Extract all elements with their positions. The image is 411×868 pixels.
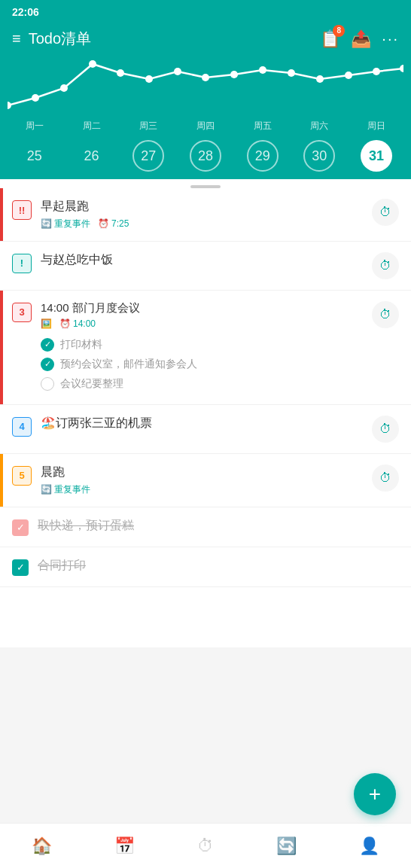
task-title: 取快递，预订蛋糕 — [38, 518, 399, 534]
date-31[interactable]: 31 — [361, 140, 392, 172]
task-timer-button[interactable]: ⏱ — [372, 301, 399, 328]
week-days-row: 周一 周二 周三 周四 周五 周六 周日 — [0, 120, 411, 137]
task-content[interactable]: 与赵总吃中饭 — [41, 252, 363, 268]
date-25[interactable]: 25 — [19, 140, 50, 172]
subtask-label: 预约会议室，邮件通知参会人 — [60, 358, 197, 371]
task-meta: 🔄 重复事件 ⏰ 7:25 — [41, 218, 363, 230]
task-alarm: ⏰ 14:00 — [59, 318, 96, 329]
subtask-item[interactable]: ✓ 打印材料 — [41, 335, 363, 355]
task-alarm: ⏰ 7:25 — [98, 218, 129, 229]
chart-svg-wrap — [0, 56, 411, 120]
sync-icon: 🔄 — [276, 836, 297, 856]
svg-point-1 — [32, 94, 39, 102]
repeat-label: 重复事件 — [54, 483, 90, 496]
nav-calendar[interactable]: 📅 — [102, 830, 147, 862]
task-item: 3 14:00 部门月度会议 🖼️ ⏰ 14:00 ✓ 打印材料 — [0, 291, 411, 405]
task-content[interactable]: 14:00 部门月度会议 🖼️ ⏰ 14:00 ✓ 打印材料 — [41, 301, 363, 394]
svg-point-7 — [202, 74, 209, 81]
date-27[interactable]: 27 — [132, 140, 164, 172]
profile-icon: 👤 — [359, 836, 379, 856]
task-timer-button[interactable]: ⏱ — [372, 252, 399, 279]
date-28[interactable]: 28 — [190, 140, 221, 172]
task-item: 5 晨跑 🔄 重复事件 ⏱ — [0, 454, 411, 507]
svg-point-14 — [400, 65, 403, 72]
bottom-nav: 🏠 📅 ⏱ 🔄 👤 — [0, 823, 411, 868]
app-header: ≡ Todo清单 📋 8 📤 ··· — [0, 21, 411, 49]
subtask-check-done: ✓ — [41, 338, 54, 352]
drag-handle[interactable] — [0, 179, 411, 188]
weekday-0: 周一 — [12, 120, 57, 132]
task-checkbox-done[interactable]: ✓ — [12, 519, 29, 536]
more-options-icon[interactable]: ··· — [382, 30, 399, 47]
date-26[interactable]: 26 — [76, 140, 108, 172]
task-content[interactable]: 晨跑 🔄 重复事件 — [41, 464, 363, 496]
task-content[interactable]: 早起晨跑 🔄 重复事件 ⏰ 7:25 — [41, 199, 363, 230]
nav-home[interactable]: 🏠 — [20, 830, 64, 862]
task-title: 晨跑 — [41, 464, 363, 480]
svg-point-5 — [145, 75, 153, 83]
task-content[interactable]: 合同打印 — [38, 558, 399, 574]
nav-sync[interactable]: 🔄 — [264, 830, 309, 862]
task-repeat: 🔄 重复事件 — [41, 483, 90, 496]
date-30[interactable]: 30 — [303, 140, 335, 172]
repeat-label: 重复事件 — [54, 218, 90, 230]
subtask-check-empty — [41, 377, 54, 391]
task-item: 4 🏖️订两张三亚的机票 ⏱ — [0, 405, 411, 454]
task-item: ! 与赵总吃中饭 ⏱ — [0, 242, 411, 291]
weekday-1: 周二 — [69, 120, 114, 132]
weekday-3: 周四 — [183, 120, 228, 132]
add-task-fab[interactable]: + — [354, 773, 396, 815]
task-content[interactable]: 🏖️订两张三亚的机票 — [41, 416, 363, 431]
svg-point-2 — [60, 84, 68, 92]
calendar-icon: 📅 — [114, 836, 135, 856]
task-title: 合同打印 — [38, 558, 399, 574]
weekday-5: 周六 — [297, 120, 342, 132]
time: 22:06 — [12, 6, 39, 18]
notification-icon-wrap[interactable]: 📋 8 — [320, 29, 340, 49]
svg-point-4 — [117, 69, 124, 77]
subtask-label: 打印材料 — [60, 338, 102, 352]
svg-point-3 — [89, 60, 96, 68]
task-title: 🏖️订两张三亚的机票 — [41, 416, 363, 431]
alarm-time: 14:00 — [73, 318, 96, 329]
task-item: !! 早起晨跑 🔄 重复事件 ⏰ 7:25 ⏱ — [0, 188, 411, 242]
svg-point-6 — [174, 68, 181, 75]
image-icon: 🖼️ — [41, 318, 52, 329]
repeat-icon: 🔄 — [41, 484, 52, 495]
svg-point-9 — [259, 66, 266, 74]
app-title: Todo清单 — [29, 29, 91, 49]
subtask-item[interactable]: ✓ 预约会议室，邮件通知参会人 — [41, 355, 363, 374]
task-item: ✓ 合同打印 — [0, 547, 411, 587]
nav-profile[interactable]: 👤 — [347, 830, 391, 862]
repeat-icon: 🔄 — [41, 218, 52, 229]
task-checkbox-done2[interactable]: ✓ — [12, 559, 29, 576]
weekday-4: 周五 — [240, 120, 285, 132]
task-priority: 3 — [12, 303, 32, 322]
date-numbers-row: 25 26 27 28 29 30 31 — [0, 137, 411, 179]
share-icon-wrap[interactable]: 📤 — [351, 29, 371, 49]
task-image: 🖼️ — [41, 318, 52, 329]
status-bar: 22:06 — [0, 0, 411, 21]
menu-icon[interactable]: ≡ — [12, 30, 21, 47]
task-item: ✓ 取快递，预订蛋糕 — [0, 507, 411, 547]
alarm-icon: ⏰ — [59, 318, 71, 329]
svg-point-0 — [8, 102, 11, 109]
weekday-2: 周三 — [126, 120, 171, 132]
chart-area: 周一 周二 周三 周四 周五 周六 周日 25 26 27 28 29 30 3… — [0, 49, 411, 179]
task-timer-button[interactable]: ⏱ — [372, 464, 399, 492]
svg-point-11 — [316, 75, 324, 83]
task-list: !! 早起晨跑 🔄 重复事件 ⏰ 7:25 ⏱ ! 与赵总吃中饭 ⏱ 3 — [0, 179, 411, 647]
task-meta: 🔄 重复事件 — [41, 483, 363, 496]
task-priority: 4 — [12, 417, 32, 437]
task-timer-button[interactable]: ⏱ — [372, 199, 399, 226]
header-right: 📋 8 📤 ··· — [320, 29, 399, 49]
subtask-item[interactable]: 会议纪要整理 — [41, 374, 363, 394]
task-timer-button[interactable]: ⏱ — [372, 416, 399, 443]
task-content[interactable]: 取快递，预订蛋糕 — [38, 518, 399, 534]
header-left: ≡ Todo清单 — [12, 29, 91, 49]
task-meta: 🖼️ ⏰ 14:00 — [41, 318, 363, 329]
date-29[interactable]: 29 — [247, 140, 279, 172]
svg-point-13 — [373, 68, 380, 75]
nav-timer[interactable]: ⏱ — [185, 830, 226, 862]
alarm-icon: ⏰ — [98, 218, 109, 229]
